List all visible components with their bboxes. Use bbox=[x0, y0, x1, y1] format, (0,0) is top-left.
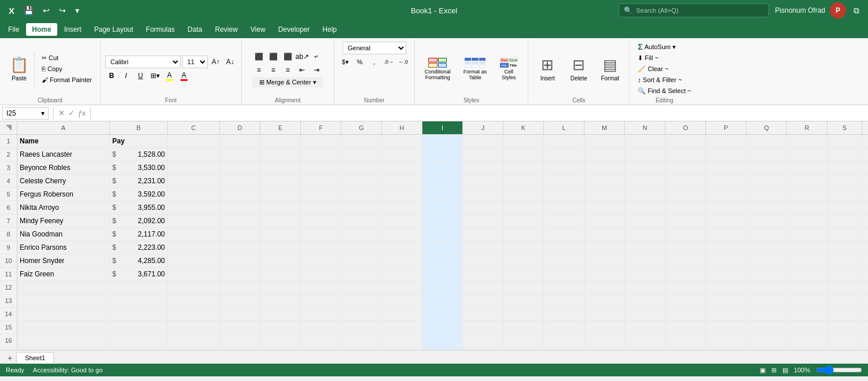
cell-C2[interactable] bbox=[168, 148, 220, 161]
cell-S4[interactable] bbox=[827, 175, 862, 187]
menu-review[interactable]: Review bbox=[209, 23, 243, 36]
cell-J6[interactable] bbox=[463, 201, 503, 214]
cell-G8[interactable] bbox=[341, 228, 382, 241]
col-header-I[interactable]: I bbox=[422, 121, 463, 134]
cell-J3[interactable] bbox=[463, 161, 503, 174]
cell-F1[interactable] bbox=[301, 135, 341, 147]
cell-S17[interactable] bbox=[827, 347, 862, 350]
cell-E8[interactable] bbox=[260, 228, 301, 241]
cell-Q14[interactable] bbox=[746, 308, 787, 320]
cell-F10[interactable] bbox=[301, 254, 341, 267]
increase-font-button[interactable]: A↑ bbox=[209, 56, 222, 68]
format-painter-button[interactable]: 🖌 Format Painter bbox=[38, 75, 95, 85]
delete-button[interactable]: ⊟ Delete bbox=[564, 51, 593, 87]
cell-N2[interactable] bbox=[625, 148, 665, 161]
cell-C8[interactable] bbox=[168, 228, 220, 241]
wrap-text-button[interactable]: ↵ bbox=[310, 50, 323, 63]
cell-B14[interactable] bbox=[110, 308, 168, 320]
cell-N16[interactable] bbox=[625, 334, 665, 347]
cell-B1[interactable]: Pay bbox=[110, 135, 168, 147]
cell-S13[interactable] bbox=[827, 294, 862, 307]
cell-S5[interactable] bbox=[827, 188, 862, 201]
cell-P6[interactable] bbox=[706, 201, 746, 214]
cell-E10[interactable] bbox=[260, 254, 301, 267]
cell-D7[interactable] bbox=[220, 214, 260, 227]
cell-A10[interactable]: Homer Snyder bbox=[17, 254, 110, 267]
increase-decimal-button[interactable]: .0→ bbox=[382, 56, 395, 68]
cell-C3[interactable] bbox=[168, 161, 220, 174]
cell-C7[interactable] bbox=[168, 214, 220, 227]
cell-J2[interactable] bbox=[463, 148, 503, 161]
cell-S1[interactable] bbox=[827, 135, 862, 147]
cell-D15[interactable] bbox=[220, 321, 260, 334]
cell-R14[interactable] bbox=[787, 308, 827, 320]
cell-K8[interactable] bbox=[503, 228, 544, 241]
search-box[interactable]: 🔍 Search (Alt+Q) bbox=[619, 3, 769, 17]
cell-A16[interactable] bbox=[17, 334, 110, 347]
cell-J15[interactable] bbox=[463, 321, 503, 334]
cell-B16[interactable] bbox=[110, 334, 168, 347]
sort-filter-button[interactable]: ↕ Sort & Filter ~ bbox=[634, 75, 685, 85]
cell-S9[interactable] bbox=[827, 241, 862, 254]
col-header-K[interactable]: K bbox=[503, 121, 544, 134]
cell-C13[interactable] bbox=[168, 294, 220, 307]
cell-O17[interactable] bbox=[665, 347, 706, 350]
cell-K12[interactable] bbox=[503, 281, 544, 294]
cell-P5[interactable] bbox=[706, 188, 746, 201]
col-header-H[interactable]: H bbox=[382, 121, 422, 134]
confirm-formula-icon[interactable]: ✓ bbox=[68, 109, 75, 117]
paste-button[interactable]: 📋 Paste bbox=[5, 51, 35, 87]
underline-button[interactable]: U bbox=[134, 69, 147, 82]
cell-Q13[interactable] bbox=[746, 294, 787, 307]
cell-J4[interactable] bbox=[463, 175, 503, 187]
cell-I11[interactable] bbox=[422, 268, 463, 280]
cell-A7[interactable]: Mindy Feeney bbox=[17, 214, 110, 227]
font-size-select[interactable]: 11 bbox=[182, 56, 208, 68]
cell-A1[interactable]: Name bbox=[17, 135, 110, 147]
cell-P16[interactable] bbox=[706, 334, 746, 347]
cell-G13[interactable] bbox=[341, 294, 382, 307]
cell-L6[interactable] bbox=[544, 201, 584, 214]
cell-E3[interactable] bbox=[260, 161, 301, 174]
col-header-C[interactable]: C bbox=[168, 121, 220, 134]
cell-Q5[interactable] bbox=[746, 188, 787, 201]
insert-function-icon[interactable]: ƒx bbox=[78, 109, 86, 117]
cell-N9[interactable] bbox=[625, 241, 665, 254]
cell-I17[interactable] bbox=[422, 347, 463, 350]
menu-page-layout[interactable]: Page Layout bbox=[89, 23, 139, 36]
cell-B8[interactable]: $2,117.00 bbox=[110, 228, 168, 241]
cell-R3[interactable] bbox=[787, 161, 827, 174]
currency-button[interactable]: $▾ bbox=[339, 56, 352, 68]
cell-Q4[interactable] bbox=[746, 175, 787, 187]
cell-L8[interactable] bbox=[544, 228, 584, 241]
cell-P11[interactable] bbox=[706, 268, 746, 280]
cell-H6[interactable] bbox=[382, 201, 422, 214]
cell-P1[interactable] bbox=[706, 135, 746, 147]
cell-J14[interactable] bbox=[463, 308, 503, 320]
cell-M6[interactable] bbox=[584, 201, 625, 214]
menu-home[interactable]: Home bbox=[26, 23, 57, 36]
cell-G9[interactable] bbox=[341, 241, 382, 254]
insert-button[interactable]: ⊞ Insert bbox=[533, 51, 562, 87]
cell-O11[interactable] bbox=[665, 268, 706, 280]
cell-M10[interactable] bbox=[584, 254, 625, 267]
decrease-decimal-button[interactable]: ←.0 bbox=[397, 56, 410, 68]
cell-M15[interactable] bbox=[584, 321, 625, 334]
cell-I3[interactable] bbox=[422, 161, 463, 174]
cell-P3[interactable] bbox=[706, 161, 746, 174]
cell-L13[interactable] bbox=[544, 294, 584, 307]
cell-G5[interactable] bbox=[341, 188, 382, 201]
cell-F6[interactable] bbox=[301, 201, 341, 214]
cell-E2[interactable] bbox=[260, 148, 301, 161]
cell-M16[interactable] bbox=[584, 334, 625, 347]
cell-D9[interactable] bbox=[220, 241, 260, 254]
cell-K14[interactable] bbox=[503, 308, 544, 320]
cell-M17[interactable] bbox=[584, 347, 625, 350]
cell-R7[interactable] bbox=[787, 214, 827, 227]
cell-K3[interactable] bbox=[503, 161, 544, 174]
cell-H14[interactable] bbox=[382, 308, 422, 320]
cell-H9[interactable] bbox=[382, 241, 422, 254]
formula-input[interactable] bbox=[95, 107, 866, 120]
cell-J12[interactable] bbox=[463, 281, 503, 294]
col-header-O[interactable]: O bbox=[665, 121, 706, 134]
